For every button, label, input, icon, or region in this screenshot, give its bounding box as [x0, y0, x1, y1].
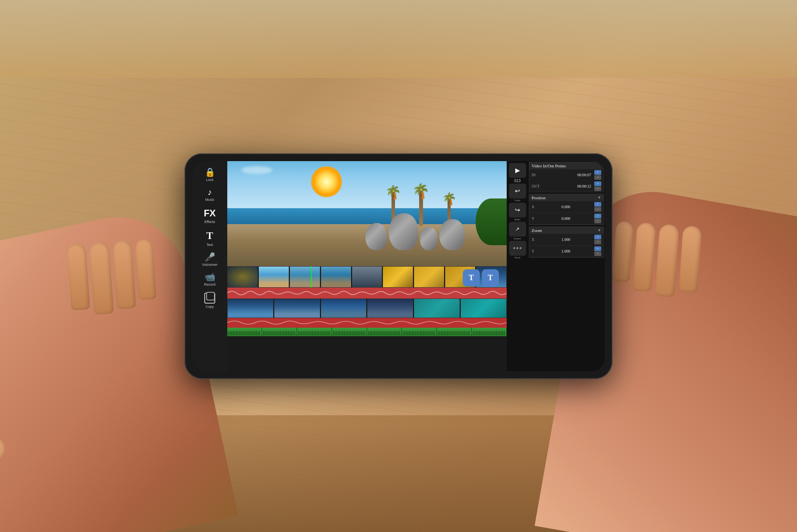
thumb-beach-3: [321, 266, 351, 288]
zoom-y-controls: + −: [594, 246, 601, 256]
toolbar-item-voiceover[interactable]: 🎤 Voiceover: [194, 250, 225, 270]
zoom-x-minus-button[interactable]: −: [594, 240, 601, 244]
zoom-chevron-icon[interactable]: ▼: [597, 228, 601, 232]
timeline: T T: [227, 266, 507, 371]
position-y-label: Y: [532, 216, 537, 221]
toolbar-item-text[interactable]: T Text: [194, 227, 225, 250]
toolbar-item-record[interactable]: 📹 Record: [194, 270, 225, 290]
toolbar-item-copy[interactable]: Copy: [194, 290, 225, 312]
voiceover-icon: 🎤: [205, 253, 215, 262]
toolbar-label-record: Record: [204, 283, 215, 286]
zoom-y-label: Y: [532, 249, 537, 253]
out-plus-button[interactable]: +: [594, 181, 601, 186]
secondary-thumb-4: [367, 298, 413, 318]
fx-icon: FX: [204, 208, 216, 219]
center-area: 🌴 🌴 🌴: [227, 161, 507, 371]
pos-y-minus-button[interactable]: −: [594, 219, 601, 223]
position-y-value: 0.000: [537, 216, 594, 221]
green-segment-5: [367, 328, 402, 336]
position-x-label: X: [532, 205, 537, 209]
text-overlay-t2-button[interactable]: T: [482, 269, 499, 286]
export-button[interactable]: ↗: [509, 222, 526, 237]
position-panel: Position ▼ X 0.000 + − Y: [529, 194, 604, 225]
video-inout-title: Video In/Out Points: [532, 163, 566, 168]
secondary-video-track: [227, 298, 507, 318]
thumb-gold-1: [383, 266, 413, 288]
thumb-beach-1: [258, 266, 289, 288]
in-plus-button[interactable]: +: [594, 170, 601, 175]
in-value: 00:00:07: [543, 173, 593, 177]
pos-x-minus-button[interactable]: −: [594, 207, 601, 212]
green-segment-7: [437, 328, 472, 336]
secondary-thumb-2: [274, 298, 320, 318]
green-segment-6: [402, 328, 437, 336]
undo-ctrl-group: ↩ Undo: [509, 184, 526, 202]
export-ctrl-group: ↗ Export: [509, 222, 526, 240]
vertical-controls: ▶ 013 ↩ Undo ↪ Redo: [507, 161, 528, 371]
zoom-panel: Zoom ▼ X 1.000 + − Y: [529, 226, 604, 258]
toolbar-label-effects: Effects: [204, 220, 215, 224]
zoom-x-row: X 1.000 + −: [529, 234, 604, 246]
cloud-1: [241, 166, 272, 174]
play-button[interactable]: ▶: [509, 163, 526, 178]
undo-button[interactable]: ↩: [509, 184, 526, 198]
secondary-thumb-3: [321, 298, 367, 318]
position-y-controls: + −: [594, 214, 601, 223]
toolbar-item-effects[interactable]: FX Effects: [194, 205, 225, 227]
tools-ctrl-group: Tools: [509, 241, 526, 259]
toolbar-item-lock[interactable]: 🔒 Lock: [194, 165, 225, 185]
waveform-svg: [227, 288, 507, 298]
green-segment-4: [332, 328, 367, 336]
position-chevron-icon[interactable]: ▼: [597, 195, 601, 200]
in-minus-button[interactable]: −: [594, 175, 601, 180]
play-ctrl-group: ▶: [509, 163, 526, 178]
tools-label: Tools: [514, 256, 520, 259]
green-segment-1: [227, 328, 262, 336]
thumb-dark-2: [352, 266, 383, 288]
redo-ctrl-group: ↪ Redo: [509, 203, 526, 221]
out-value: 00:00:12: [543, 184, 593, 188]
zoom-x-controls: + −: [594, 235, 601, 244]
position-x-controls: + −: [594, 202, 601, 212]
zoom-x-label: X: [532, 237, 537, 242]
green-segment-2: [262, 328, 297, 336]
toolbar-item-music[interactable]: ♪ Music: [194, 185, 225, 205]
zoom-y-minus-button[interactable]: −: [594, 251, 601, 256]
zoom-y-plus-button[interactable]: +: [594, 246, 601, 251]
green-segment-8: [472, 328, 507, 336]
toolbar-label-voiceover: Voiceover: [202, 263, 218, 267]
out-minus-button[interactable]: −: [594, 186, 601, 191]
in-controls: + −: [594, 170, 601, 180]
tools-button[interactable]: [509, 241, 526, 256]
right-area: ▶ 013 ↩ Undo ↪ Redo: [507, 161, 605, 371]
parameter-panels: Video In/Out Points IN 00:00:07 + − OUT: [528, 161, 605, 371]
rock-1: [365, 223, 387, 250]
zoom-x-plus-button[interactable]: +: [594, 235, 601, 239]
pos-y-plus-button[interactable]: +: [594, 214, 601, 218]
text-overlay-t1-button[interactable]: T: [463, 269, 480, 286]
text-icon: T: [206, 230, 213, 242]
frame-counter: 013: [514, 179, 521, 183]
export-icon: ↗: [515, 226, 520, 232]
rock-3: [420, 227, 437, 250]
text-overlay-buttons: T T: [463, 269, 499, 286]
position-x-value: 0.000: [537, 205, 594, 209]
audio-waveform-track: [227, 288, 507, 298]
pos-x-plus-button[interactable]: +: [594, 202, 601, 207]
video-inout-panel: Video In/Out Points IN 00:00:07 + − OUT: [529, 162, 604, 192]
playhead: [311, 266, 312, 288]
play-icon: ▶: [515, 167, 520, 174]
redo-button[interactable]: ↪: [509, 203, 526, 218]
phone-device: 🔒 Lock ♪ Music FX Effects T Text 🎤 Voice…: [184, 153, 613, 379]
upper-background: [0, 0, 797, 78]
foliage-right: [476, 198, 507, 245]
redo-label: Redo: [514, 218, 520, 221]
secondary-thumb-teal: [414, 298, 460, 318]
position-x-row: X 0.000 + −: [529, 201, 604, 213]
secondary-thumb-teal-2: [460, 298, 507, 318]
undo-label: Undo: [514, 199, 521, 202]
thumb-beach-2: [290, 266, 320, 288]
thumb-gold-2: [414, 266, 444, 288]
zoom-title: Zoom: [532, 228, 542, 233]
phone-screen: 🔒 Lock ♪ Music FX Effects T Text 🎤 Voice…: [192, 161, 605, 371]
